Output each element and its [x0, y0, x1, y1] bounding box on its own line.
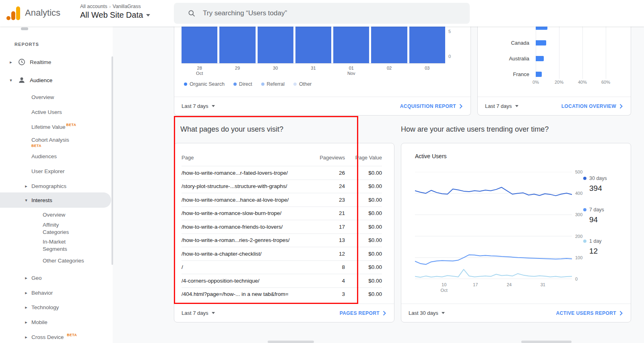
legend-dot-icon — [184, 83, 187, 86]
pageviews-value: 21 — [305, 210, 345, 216]
page-value: $0.00 — [345, 291, 382, 297]
sidebar-item-other-categories[interactable]: Other Categories — [0, 254, 113, 267]
table-row: /story-plot-structure-...structure-with-… — [182, 180, 382, 193]
table-row: /4-corners-opposition-technique/4$0.00 — [182, 274, 382, 287]
date-range-selector[interactable]: Last 7 days — [182, 310, 215, 316]
legend-item: Direct — [233, 81, 252, 87]
pageviews-value: 12 — [305, 251, 345, 257]
sidebar-item-audience[interactable]: ▾ Audience — [0, 72, 113, 88]
page-value: $0.00 — [345, 170, 382, 176]
sidebar-item-affinity-categories[interactable]: Affinity Categories — [0, 221, 113, 238]
report-link-label: PAGES REPORT — [340, 310, 380, 316]
sidebar-item-cross-device[interactable]: ▸ Cross Device BETA — [0, 329, 113, 343]
sidebar-item-behavior[interactable]: ▸ Behavior — [0, 285, 113, 300]
nav-label: User Explorer — [31, 168, 65, 174]
sidebar-item-audiences[interactable]: Audiences — [0, 149, 113, 163]
table-row: /how-to-write-a-romance-slow-burn-trope/… — [182, 207, 382, 220]
logo-dot — [6, 16, 10, 20]
page-path: /how-to-write-romance...r-fated-lovers-t… — [182, 170, 305, 176]
x-tick-label: 01 Nov — [333, 66, 369, 76]
collapsed-arrow-icon: ▸ — [8, 60, 14, 65]
collapsed-arrow-icon: ▸ — [23, 275, 29, 281]
sidebar-item-lifetime-value[interactable]: Lifetime Value BETA — [0, 120, 113, 134]
nav-label: Other Categories — [43, 258, 84, 264]
legend-label: Organic Search — [190, 81, 225, 87]
legend-dot-icon — [583, 208, 586, 211]
google-analytics-logo-icon[interactable] — [6, 6, 23, 21]
table-row: /how-to-write-romance...r-fated-lovers-t… — [182, 166, 382, 180]
date-range-selector[interactable]: Last 7 days — [182, 103, 215, 109]
sidebar-item-interests[interactable]: ▾ Interests — [0, 192, 111, 208]
acquisition-card-footer: Last 7 days ACQUISITION REPORT — [174, 97, 471, 115]
page-value: $0.00 — [345, 224, 382, 230]
nav-label: Technology — [31, 304, 59, 310]
sidebar-item-demographics[interactable]: ▸ Demographics — [0, 178, 113, 194]
page-value: $0.00 — [345, 183, 382, 189]
legend-item: Other — [293, 81, 312, 87]
chevron-right-icon — [619, 104, 623, 109]
nav-label: Active Users — [31, 109, 62, 115]
gridline — [582, 27, 583, 79]
sidebar-item-interests-overview[interactable]: Overview — [0, 209, 113, 221]
sidebar-item-cohort-analysis[interactable]: Cohort Analysis BETA — [0, 133, 113, 151]
sidebar: REPORTS ▸ Realtime ▾ Audience Overview A… — [0, 27, 113, 343]
acquisition-card: 50 28 Oct29303101 Nov0203 Organic Search… — [174, 27, 471, 116]
table-row: /how-to-write-a-roman...ries-2-genres-tr… — [182, 233, 382, 247]
pageviews-value: 3 — [305, 291, 345, 297]
legend-label: Other — [299, 81, 312, 87]
pages-table: Page Pageviews Page Value /how-to-write-… — [182, 149, 382, 301]
person-icon — [18, 76, 26, 84]
active-users-report-link[interactable]: ACTIVE USERS REPORT — [556, 310, 623, 316]
breadcrumb-account[interactable]: VanillaGrass — [113, 4, 141, 9]
bar — [295, 27, 331, 63]
country-label: France — [478, 66, 532, 82]
legend-label: 30 days — [589, 176, 607, 181]
legend-entry: 7 days94 — [583, 207, 607, 224]
table-row: /404.html?page=/how-... in a new tab&fro… — [182, 287, 382, 301]
active-users-card-footer: Last 30 days ACTIVE USERS REPORT — [401, 304, 631, 322]
collapsed-arrow-icon: ▸ — [23, 184, 29, 189]
sidebar-item-realtime[interactable]: ▸ Realtime — [0, 54, 113, 70]
sidebar-item-active-users[interactable]: Active Users — [0, 105, 113, 119]
chevron-right-icon — [619, 311, 623, 316]
bar — [333, 27, 369, 63]
sidebar-item-overview[interactable]: Overview — [0, 90, 113, 104]
search-bar[interactable] — [174, 3, 470, 24]
beta-badge: BETA — [67, 333, 77, 337]
pages-report-link[interactable]: PAGES REPORT — [340, 310, 386, 316]
breadcrumb[interactable]: All accounts › VanillaGrass — [80, 4, 150, 9]
sidebar-item-technology[interactable]: ▸ Technology — [0, 300, 113, 315]
nav-label: Mobile — [31, 319, 47, 325]
sidebar-item-mobile[interactable]: ▸ Mobile — [0, 314, 113, 330]
logo-bar-short — [11, 11, 15, 20]
chart-title: Active Users — [415, 153, 447, 159]
location-card: 0%20%40%60%CanadaAustraliaFrance Last 7 … — [477, 27, 631, 116]
cut-off-nav-item — [21, 27, 28, 30]
acquisition-xticks: 28 Oct29303101 Nov0203 — [182, 66, 445, 76]
pages-table-header: Page Pageviews Page Value — [182, 149, 382, 166]
line-series-1-day — [415, 269, 572, 277]
page-path: /how-to-write-a-roman...ries-2-genres-tr… — [182, 237, 305, 243]
acquisition-report-link[interactable]: ACQUISITION REPORT — [400, 103, 462, 109]
x-tick-label: 60% — [598, 80, 614, 85]
date-range-label: Last 7 days — [182, 103, 208, 109]
search-input[interactable] — [203, 9, 470, 17]
sidebar-item-in-market-segments[interactable]: In-Market Segments — [0, 238, 113, 254]
legend-label: 7 days — [589, 207, 604, 213]
breadcrumb-all-accounts[interactable]: All accounts — [80, 4, 107, 9]
dropdown-caret-icon — [212, 312, 215, 314]
sidebar-scrollbar[interactable] — [111, 56, 113, 265]
report-link-label: ACTIVE USERS REPORT — [556, 310, 616, 316]
bar — [258, 27, 293, 63]
date-range-selector[interactable]: Last 7 days — [485, 103, 518, 109]
table-row: /how-to-write-romance...hance-at-love-tr… — [182, 193, 382, 207]
sidebar-item-geo[interactable]: ▸ Geo — [0, 270, 113, 285]
property-selector[interactable]: All Web Site Data — [80, 10, 150, 20]
column-header-page-value: Page Value — [345, 155, 382, 161]
location-overview-link[interactable]: LOCATION OVERVIEW — [561, 103, 623, 109]
sidebar-item-user-explorer[interactable]: User Explorer — [0, 164, 113, 178]
pageviews-value: 24 — [305, 183, 345, 189]
date-range-selector[interactable]: Last 30 days — [409, 310, 445, 316]
legend-label: Direct — [239, 81, 252, 87]
column-header-pageviews: Pageviews — [305, 155, 345, 161]
